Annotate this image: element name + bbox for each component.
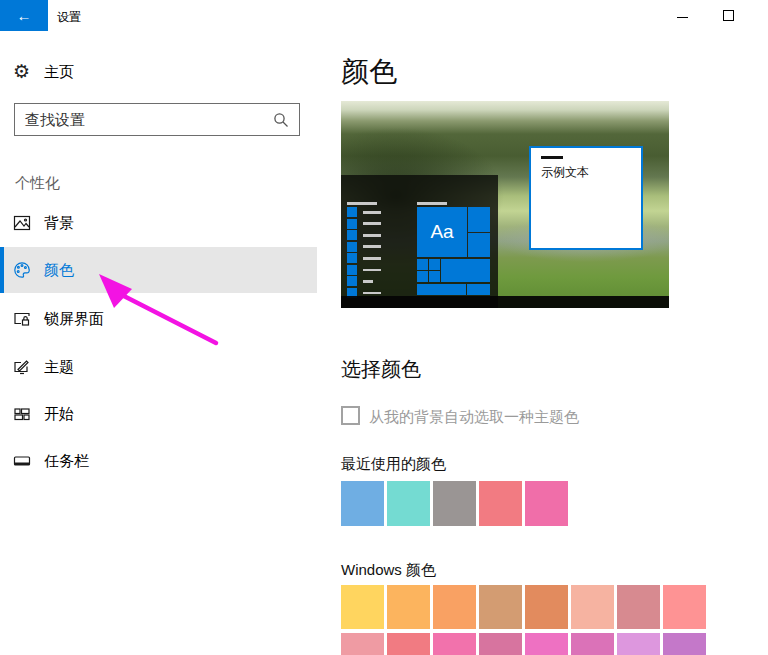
sidebar-item-label: 主题 [44,358,74,377]
settings-window: ← 设置 ⚙ 主页 查找设置 个性化 背景 [0,0,768,655]
sidebar-item-background[interactable]: 背景 [0,200,317,246]
color-swatch[interactable] [617,585,660,629]
color-swatch[interactable] [479,585,522,629]
color-swatch[interactable] [479,481,522,526]
sidebar-item-label: 任务栏 [44,452,89,471]
theme-brush-icon [13,358,31,376]
gear-icon: ⚙ [13,60,30,84]
color-swatch[interactable] [387,481,430,526]
color-swatch[interactable] [433,633,476,655]
color-swatch[interactable] [387,585,430,629]
selected-accent-bar [0,247,4,293]
sidebar-item-home[interactable]: ⚙ 主页 [0,57,317,89]
color-swatch[interactable] [479,633,522,655]
preview-window-titlebar [541,156,563,159]
color-swatch[interactable] [663,585,706,629]
color-swatch[interactable] [663,633,706,655]
preview-sample-window: 示例文本 [529,146,643,250]
sidebar-item-label: 锁屏界面 [44,310,104,329]
color-preview-image: Aa 示例文本 [341,101,669,308]
color-swatch[interactable] [525,481,568,526]
windows-colors-row-1 [341,585,706,629]
preview-start-menu: Aa [341,175,498,308]
choose-color-heading: 选择颜色 [341,356,421,383]
windows-colors-label: Windows 颜色 [341,561,436,580]
color-swatch[interactable] [617,633,660,655]
page-title: 颜色 [341,53,397,91]
sidebar-item-label: 开始 [44,405,74,424]
color-swatch[interactable] [341,585,384,629]
sidebar-item-colors[interactable]: 颜色 [0,247,317,293]
minimize-icon [677,17,688,18]
sidebar-item-lockscreen[interactable]: 锁屏界面 [0,296,317,342]
color-swatch[interactable] [571,633,614,655]
recent-colors-row [341,481,568,526]
taskbar-icon [13,452,31,470]
minimize-button[interactable] [660,0,705,31]
maximize-button[interactable] [706,0,751,31]
color-swatch[interactable] [571,585,614,629]
preview-aa-tile: Aa [417,207,467,257]
windows-colors-row-2 [341,633,706,655]
sidebar-item-start[interactable]: 开始 [0,391,317,437]
sidebar-item-label: 颜色 [44,261,74,280]
sidebar-item-taskbar[interactable]: 任务栏 [0,438,317,484]
color-swatch[interactable] [341,633,384,655]
auto-accent-checkbox[interactable] [341,406,360,425]
lockscreen-icon [13,310,31,328]
window-title: 设置 [57,9,81,26]
color-swatch[interactable] [433,585,476,629]
color-swatch[interactable] [387,633,430,655]
color-swatch[interactable] [433,481,476,526]
recent-colors-label: 最近使用的颜色 [341,455,446,474]
color-swatch[interactable] [525,633,568,655]
search-input[interactable]: 查找设置 [14,103,300,136]
palette-icon [13,261,31,279]
back-arrow-icon: ← [17,7,32,24]
start-tiles-icon [13,405,31,423]
home-label: 主页 [44,63,74,82]
preview-sample-text: 示例文本 [541,164,589,181]
preview-taskbar [341,296,669,308]
back-button[interactable]: ← [0,0,48,31]
color-swatch[interactable] [525,585,568,629]
maximize-icon [723,10,734,21]
image-icon [13,214,31,232]
auto-accent-label: 从我的背景自动选取一种主题色 [369,408,579,427]
section-personalization: 个性化 [15,174,60,193]
color-swatch[interactable] [341,481,384,526]
search-placeholder: 查找设置 [25,111,85,130]
search-icon [273,112,289,128]
sidebar-item-themes[interactable]: 主题 [0,344,317,390]
sidebar-item-label: 背景 [44,214,74,233]
